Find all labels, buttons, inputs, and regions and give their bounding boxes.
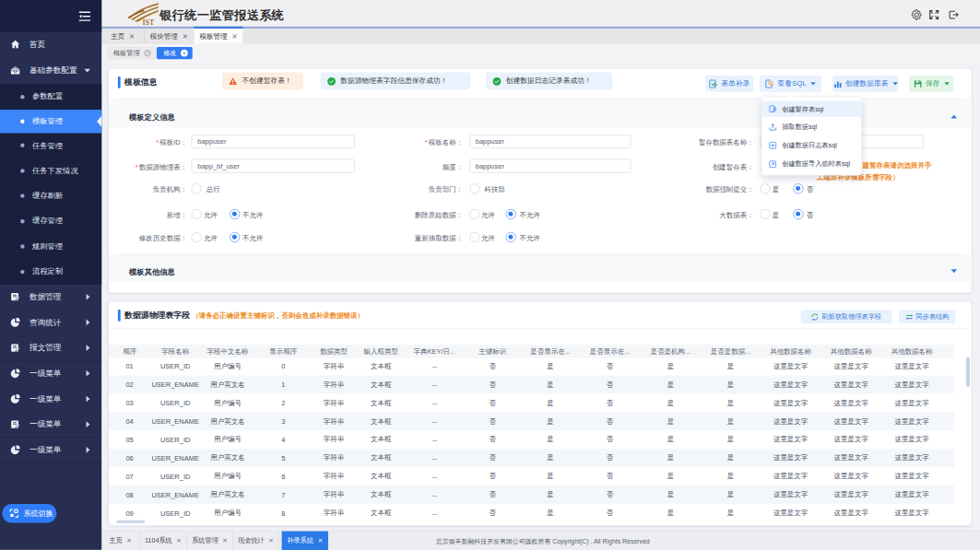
svg-text:IST: IST bbox=[142, 18, 155, 27]
